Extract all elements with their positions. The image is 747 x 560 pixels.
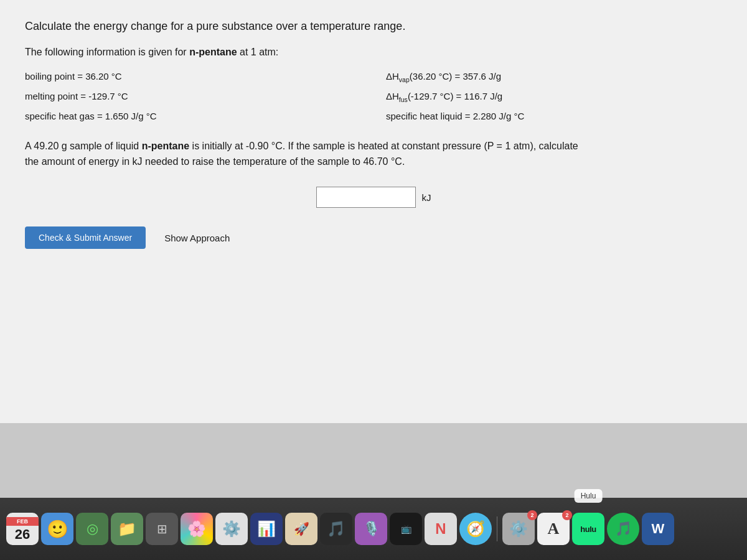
hulu-icon: hulu — [580, 525, 596, 534]
font-icon: A — [548, 520, 560, 538]
spotify-icon: 🎵 — [615, 521, 632, 537]
check-submit-button[interactable]: Check & Submit Answer — [25, 226, 146, 249]
data-grid: boiling point = 36.20 °C ΔHvap(36.20 °C)… — [25, 69, 722, 124]
word-icon: W — [652, 521, 665, 537]
boiling-point: boiling point = 36.20 °C — [25, 69, 361, 85]
launchpad-icon: 🚀 — [294, 521, 309, 536]
dock-spotify[interactable]: 🎵 — [607, 513, 639, 545]
files-icon: 📁 — [118, 520, 136, 538]
dock-finder[interactable]: 🙂 — [41, 513, 73, 545]
show-approach-button[interactable]: Show Approach — [164, 233, 230, 243]
dock-files[interactable]: 📁 — [111, 513, 143, 545]
green-app-icon: ◎ — [87, 521, 98, 537]
unit-label: kJ — [422, 192, 431, 203]
barchart-icon: 📊 — [257, 520, 276, 538]
dock-settings[interactable]: ⚙️ — [215, 513, 248, 545]
font-badge: 2 — [562, 510, 572, 520]
music-icon: 🎵 — [327, 520, 345, 538]
dock-barchart[interactable]: 📊 — [250, 513, 283, 545]
dock-word[interactable]: W — [642, 513, 674, 545]
dock-news[interactable]: N — [425, 513, 457, 545]
hulu-tooltip: Hulu — [575, 489, 603, 503]
dock-grid[interactable]: ⊞ — [146, 513, 178, 545]
dock-calendar[interactable]: FEB 26 — [6, 513, 39, 545]
dock-music[interactable]: 🎵 — [320, 513, 352, 545]
gear-icon: ⚙️ — [509, 520, 528, 538]
dock-launchpad[interactable]: 🚀 — [285, 513, 317, 545]
grid-icon: ⊞ — [157, 521, 167, 536]
dock-font[interactable]: A 2 — [537, 513, 570, 545]
given-info: The following information is given for n… — [25, 47, 722, 58]
dock-podcast[interactable]: 🎙️ — [355, 513, 387, 545]
photos-icon: 🌸 — [187, 520, 206, 538]
calendar-month: FEB — [6, 517, 39, 526]
finder-icon: 🙂 — [47, 519, 68, 539]
settings-icon: ⚙️ — [222, 520, 241, 538]
specific-heat-gas: specific heat gas = 1.650 J/g °C — [25, 109, 361, 124]
dock-appletv[interactable]: 📺 — [390, 513, 422, 545]
taskbar: FEB 26 🙂 ◎ 📁 ⊞ 🌸 ⚙️ 📊 — [0, 498, 747, 560]
dock: FEB 26 🙂 ◎ 📁 ⊞ 🌸 ⚙️ 📊 — [6, 513, 741, 545]
answer-input[interactable] — [316, 187, 416, 208]
dock-safari[interactable]: 🧭 — [459, 513, 492, 545]
delta-h-fus: ΔHfus(-129.7 °C) = 116.7 J/g — [386, 89, 722, 105]
buttons-row: Check & Submit Answer Show Approach — [25, 226, 722, 249]
news-icon: N — [435, 520, 446, 538]
podcast-icon: 🎙️ — [363, 521, 380, 537]
settings-badge: 2 — [527, 510, 537, 520]
appletv-icon: 📺 — [401, 524, 411, 534]
melting-point: melting point = -129.7 °C — [25, 89, 361, 105]
dock-hulu[interactable]: Hulu hulu — [572, 513, 604, 545]
main-content: Calculate the energy change for a pure s… — [0, 0, 747, 423]
page-title: Calculate the energy change for a pure s… — [25, 19, 722, 34]
problem-body: A 49.20 g sample of liquid n-pentane is … — [25, 139, 585, 170]
safari-icon: 🧭 — [466, 520, 485, 538]
dock-separator — [497, 516, 497, 541]
delta-h-vap: ΔHvap(36.20 °C) = 357.6 J/g — [386, 69, 722, 85]
dock-green-app[interactable]: ◎ — [76, 513, 108, 545]
dock-photos[interactable]: 🌸 — [181, 513, 213, 545]
calendar-day: 26 — [15, 528, 30, 541]
specific-heat-liquid: specific heat liquid = 2.280 J/g °C — [386, 109, 722, 124]
dock-system-settings[interactable]: ⚙️ 2 — [502, 513, 535, 545]
answer-row: kJ — [25, 187, 722, 208]
